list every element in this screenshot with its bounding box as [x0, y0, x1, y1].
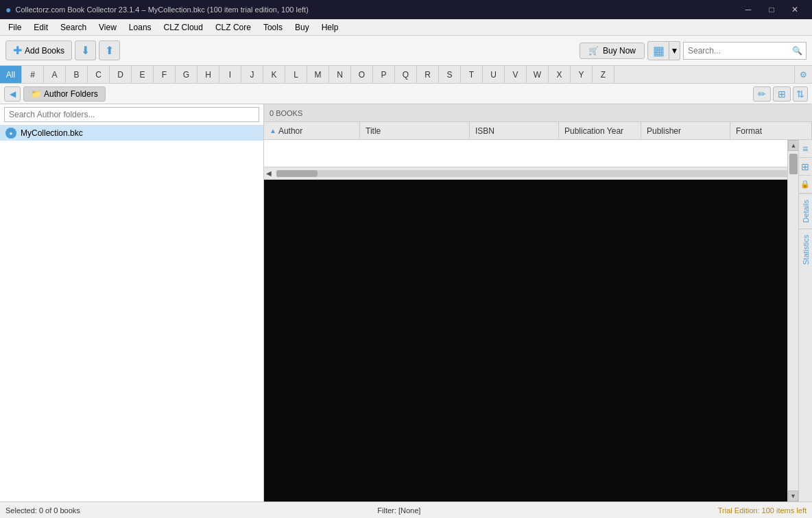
cloud-download-icon: ⬇ [81, 44, 90, 57]
alpha-settings-button[interactable]: ⚙ [794, 66, 812, 83]
app-icon: ● [5, 4, 11, 15]
col-header-author[interactable]: ▲ Author [264, 122, 360, 139]
cloud-upload-button[interactable]: ⬆ [99, 40, 120, 60]
v-scroll-thumb[interactable] [789, 154, 798, 174]
window-controls: ─ □ ✕ [737, 0, 807, 19]
alpha-r[interactable]: R [417, 66, 439, 83]
isbn-col-label: ISBN [475, 126, 494, 136]
menu-clz-cloud[interactable]: CLZ Cloud [158, 21, 208, 34]
right-side-tabs: ≡ ⊞ 🔒 Details Statistics [798, 140, 812, 502]
scroll-left-button[interactable]: ◀ [264, 169, 274, 177]
alpha-y[interactable]: Y [571, 66, 593, 83]
lock-icon: 🔒 [800, 180, 810, 189]
alpha-v[interactable]: V [505, 66, 527, 83]
add-books-button[interactable]: ✚ Add Books [5, 40, 72, 60]
columns-view-button[interactable]: ⊞ [773, 86, 791, 102]
alpha-e[interactable]: E [132, 66, 154, 83]
alpha-a[interactable]: A [44, 66, 66, 83]
author-col-label: Author [278, 126, 302, 136]
edit-icon: ✏ [758, 89, 766, 99]
alpha-u[interactable]: U [483, 66, 505, 83]
title-bar: ● Collectorz.com Book Collector 23.1.4 –… [0, 0, 812, 19]
scroll-down-button[interactable]: ▼ [788, 491, 798, 502]
alpha-f[interactable]: F [154, 66, 176, 83]
alpha-x[interactable]: X [549, 66, 571, 83]
barcode-button[interactable]: ▦ [647, 41, 669, 60]
alpha-m[interactable]: M [307, 66, 329, 83]
alpha-w[interactable]: W [527, 66, 549, 83]
minimize-button[interactable]: ─ [737, 0, 760, 19]
alpha-p[interactable]: P [373, 66, 395, 83]
close-button[interactable]: ✕ [783, 0, 807, 19]
alpha-all[interactable]: All [0, 66, 22, 83]
menu-loans[interactable]: Loans [123, 21, 157, 34]
toolbar: ✚ Add Books ⬇ ⬆ 🛒 Buy Now ▦ ▼ 🔍 [0, 36, 812, 66]
alpha-z[interactable]: Z [593, 66, 614, 83]
alpha-q[interactable]: Q [395, 66, 417, 83]
col-header-title[interactable]: Title [360, 122, 470, 139]
menu-search[interactable]: Search [55, 21, 92, 34]
alpha-k[interactable]: K [263, 66, 285, 83]
col-header-format[interactable]: Format [730, 122, 812, 139]
menu-help[interactable]: Help [316, 21, 344, 34]
statistics-tab[interactable]: Statistics [799, 228, 812, 270]
content-area: ◀ ▶ ▾ ▲ ▼ ≡ ⊞ [264, 140, 812, 502]
alpha-t[interactable]: T [461, 66, 483, 83]
search-icon[interactable]: 🔍 [792, 46, 802, 56]
alpha-c[interactable]: C [88, 66, 110, 83]
list-view-tab[interactable]: ≡ [799, 140, 811, 158]
toolbar-search-input[interactable] [683, 42, 807, 60]
main-layout: ● MyCollection.bkc 0 BOOKS ▲ Author Titl… [0, 104, 812, 502]
edit-view-button[interactable]: ✏ [753, 86, 771, 102]
scroll-thumb[interactable] [276, 170, 318, 177]
folder-tree: ● MyCollection.bkc [0, 126, 263, 502]
menu-buy[interactable]: Buy [289, 21, 315, 34]
format-col-label: Format [736, 126, 762, 136]
menu-edit[interactable]: Edit [28, 21, 53, 34]
horizontal-scrollbar[interactable]: ◀ ▶ ▾ [264, 167, 812, 180]
buy-now-button[interactable]: 🛒 Buy Now [580, 43, 645, 59]
menu-tools[interactable]: Tools [258, 21, 288, 34]
lock-tab[interactable]: 🔒 [799, 176, 811, 193]
maximize-button[interactable]: □ [760, 0, 783, 19]
menu-view[interactable]: View [93, 21, 122, 34]
alpha-n[interactable]: N [329, 66, 351, 83]
buy-now-label: Buy Now [603, 46, 636, 56]
sort-button[interactable]: ⇅ [793, 86, 808, 102]
cart-icon: 🛒 [588, 46, 599, 56]
menu-clz-core[interactable]: CLZ Core [210, 21, 256, 34]
search-folders-input[interactable] [4, 107, 259, 122]
col-header-publisher[interactable]: Publisher [641, 122, 730, 139]
col-header-isbn[interactable]: ISBN [470, 122, 559, 139]
alpha-hash[interactable]: # [22, 66, 44, 83]
author-folders-tab[interactable]: 📁 Author Folders [23, 86, 106, 102]
alpha-s[interactable]: S [439, 66, 461, 83]
alpha-o[interactable]: O [351, 66, 373, 83]
publisher-col-label: Publisher [647, 126, 681, 136]
barcode-dropdown-button[interactable]: ▼ [669, 41, 680, 60]
cloud-download-button[interactable]: ⬇ [75, 40, 96, 60]
tree-item[interactable]: ● MyCollection.bkc [0, 126, 263, 141]
filter-status: Filter: [None] [377, 506, 420, 515]
alpha-i[interactable]: I [219, 66, 241, 83]
vertical-scrollbar[interactable]: ▲ ▼ [787, 140, 798, 502]
selected-status: Selected: 0 of 0 books [5, 506, 80, 515]
trial-status: Trial Edition: 100 items left [718, 506, 807, 515]
alpha-d[interactable]: D [110, 66, 132, 83]
back-icon: ◀ [10, 89, 16, 99]
settings-icon: ⚙ [800, 70, 807, 80]
scroll-up-button[interactable]: ▲ [788, 140, 799, 151]
back-button[interactable]: ◀ [4, 86, 21, 102]
alpha-b[interactable]: B [66, 66, 88, 83]
details-tab[interactable]: Details [799, 193, 812, 228]
menu-file[interactable]: File [3, 21, 27, 34]
alpha-h[interactable]: H [198, 66, 219, 83]
alpha-g[interactable]: G [176, 66, 198, 83]
grid-view-tab[interactable]: ⊞ [799, 158, 811, 176]
cloud-upload-icon: ⬆ [105, 44, 114, 57]
alpha-j[interactable]: J [241, 66, 263, 83]
sub-toolbar-right: ✏ ⊞ ⇅ [753, 86, 808, 102]
col-header-pub-year[interactable]: Publication Year [559, 122, 641, 139]
toolbar-search-wrapper: 🔍 [683, 42, 807, 60]
alpha-l[interactable]: L [285, 66, 307, 83]
